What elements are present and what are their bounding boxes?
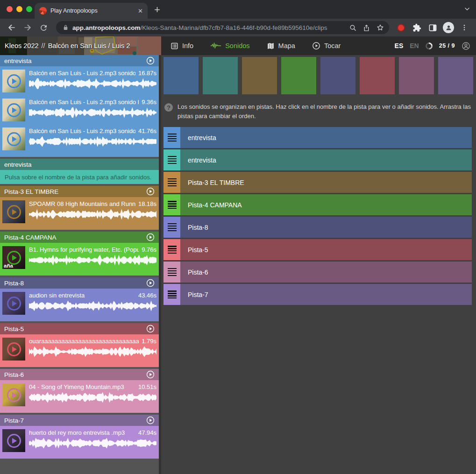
track-row[interactable]: Pista-6: [163, 262, 472, 283]
breadcrumb-project[interactable]: Kleos 2022: [5, 42, 39, 50]
audio-clip[interactable]: audion sin entrevista 43.46s: [0, 291, 159, 319]
drag-handle[interactable]: [163, 149, 180, 170]
track-row-label[interactable]: entrevista: [188, 156, 216, 164]
browser-profile-avatar[interactable]: [441, 21, 455, 35]
track-row[interactable]: Pista-7: [163, 284, 472, 305]
account-icon[interactable]: [462, 42, 470, 50]
reload-icon[interactable]: [36, 21, 50, 35]
clip-waveform[interactable]: [29, 107, 156, 118]
drag-handle[interactable]: [163, 194, 180, 215]
track-row[interactable]: Pista-8: [163, 217, 472, 238]
track-swatch[interactable]: [203, 57, 238, 94]
tab-tocar[interactable]: Tocar: [312, 42, 341, 50]
tab-close-icon[interactable]: ✕: [138, 7, 143, 14]
bookmark-star-icon[interactable]: [376, 23, 384, 32]
tab-sonidos[interactable]: Sonidos: [210, 42, 249, 50]
language-en-button[interactable]: EN: [410, 42, 419, 50]
clip-play-icon[interactable]: [7, 132, 21, 146]
window-minimize-button[interactable]: [16, 6, 22, 12]
track-row[interactable]: Pista-5: [163, 239, 472, 260]
audio-clip[interactable]: Balcón en San Luis - Luis 2.mp3 sonido h…: [0, 127, 159, 155]
clip-play-icon[interactable]: [7, 251, 21, 265]
clip-waveform[interactable]: [29, 78, 156, 89]
track-play-button[interactable]: [146, 325, 155, 333]
clip-play-icon[interactable]: [7, 297, 21, 311]
clip-waveform[interactable]: [29, 255, 156, 266]
track-header[interactable]: entrevista: [0, 159, 159, 170]
track-row-label[interactable]: entrevista: [188, 134, 216, 141]
track-row-label[interactable]: Pista-7: [188, 291, 208, 298]
clip-waveform[interactable]: [29, 438, 156, 449]
clip-waveform[interactable]: [29, 346, 156, 357]
track-header[interactable]: entrevista: [0, 55, 159, 66]
track-header[interactable]: Pista-7: [0, 415, 159, 426]
clip-waveform[interactable]: [29, 136, 156, 147]
clip-play-icon[interactable]: [7, 205, 21, 219]
tab-info[interactable]: Info: [171, 42, 193, 50]
tab-search-chevron-icon[interactable]: [464, 6, 470, 12]
track-swatch[interactable]: [242, 57, 277, 94]
drag-handle[interactable]: [163, 262, 180, 283]
track-header[interactable]: Pista-3 EL TIMBRE: [0, 186, 159, 197]
track-swatch[interactable]: [360, 57, 395, 94]
track-swatch[interactable]: [163, 57, 199, 94]
extensions-puzzle-icon[interactable]: [410, 21, 424, 35]
track-row-label[interactable]: Pista-3 EL TIMBRE: [188, 179, 244, 186]
track-row-label[interactable]: Pista-8: [188, 224, 208, 231]
track-header[interactable]: Pista-6: [0, 369, 159, 380]
audio-clip[interactable]: Balcón en San Luis - Luis 2.mp3 sonido h…: [0, 69, 159, 97]
clip-play-icon[interactable]: [7, 342, 21, 356]
browser-menu-icon[interactable]: [457, 21, 471, 35]
track-header[interactable]: Pista-5: [0, 323, 159, 334]
track-row-label[interactable]: Pista-6: [188, 269, 208, 276]
share-icon[interactable]: [362, 24, 370, 32]
address-bar[interactable]: app.antropoloops.com/Kleos-Santa-Marina/…: [56, 21, 389, 34]
language-es-button[interactable]: ES: [395, 42, 404, 50]
zoom-icon[interactable]: [349, 24, 357, 32]
clip-waveform[interactable]: [29, 209, 156, 220]
track-header[interactable]: Pista-8: [0, 277, 159, 289]
window-maximize-button[interactable]: [26, 6, 32, 12]
track-row[interactable]: Pista-3 EL TIMBRE: [163, 172, 472, 193]
track-play-button[interactable]: [146, 416, 155, 424]
back-icon[interactable]: [5, 21, 19, 35]
track-play-button[interactable]: [146, 370, 155, 379]
browser-tab[interactable]: Play Antropoloops ✕: [35, 3, 148, 19]
clip-play-icon[interactable]: [7, 388, 21, 402]
audio-clip[interactable]: 04 - Song of Yimeng Mountain.mp3 10.51s: [0, 382, 159, 410]
tab-mapa[interactable]: Mapa: [267, 42, 295, 50]
clip-waveform[interactable]: [29, 392, 156, 403]
audio-clip[interactable]: ouaraaaaaaaaaaaaaaaaaaaaaaaaaaaaaaaaaaa.…: [0, 337, 159, 365]
track-swatch[interactable]: [320, 57, 355, 94]
track-play-button[interactable]: [146, 57, 155, 65]
track-row[interactable]: entrevista: [163, 127, 472, 148]
drag-handle[interactable]: [163, 127, 180, 148]
drag-handle[interactable]: [163, 172, 180, 193]
drag-handle[interactable]: [163, 284, 180, 305]
record-extension-icon[interactable]: [394, 21, 408, 35]
track-swatch[interactable]: [281, 57, 316, 94]
track-swatch[interactable]: [438, 57, 473, 94]
window-close-button[interactable]: [7, 6, 13, 12]
audio-clip[interactable]: huerto del rey moro entrevista .mp3 47.9…: [0, 428, 159, 456]
track-row-label[interactable]: Pista-4 CAMPANA: [188, 201, 242, 209]
drag-handle[interactable]: [163, 217, 180, 238]
track-row[interactable]: Pista-4 CAMPANA: [163, 194, 472, 215]
new-tab-button[interactable]: +: [154, 4, 160, 16]
audio-clip[interactable]: aña B1. Hymns for purifying water, Etc. …: [0, 245, 159, 273]
track-header[interactable]: Pista-4 CAMPANA: [0, 232, 159, 243]
track-row[interactable]: entrevista: [163, 149, 472, 170]
side-panel-icon[interactable]: [426, 21, 440, 35]
clip-waveform[interactable]: [29, 300, 156, 311]
track-play-button[interactable]: [146, 233, 155, 241]
clip-play-icon[interactable]: [7, 103, 21, 117]
audio-clip[interactable]: Balcón en San Luis - Luis 2.mp3 sonido h…: [0, 98, 159, 126]
clip-play-icon[interactable]: [7, 434, 21, 448]
track-row-label[interactable]: Pista-5: [188, 246, 208, 254]
clip-play-icon[interactable]: [7, 74, 21, 88]
audio-clip[interactable]: SPOAMR 08 High Mountains and Running ...…: [0, 199, 159, 227]
drag-handle[interactable]: [163, 239, 180, 260]
track-swatch[interactable]: [399, 57, 434, 94]
forward-icon[interactable]: [21, 21, 35, 35]
track-play-button[interactable]: [146, 279, 155, 287]
